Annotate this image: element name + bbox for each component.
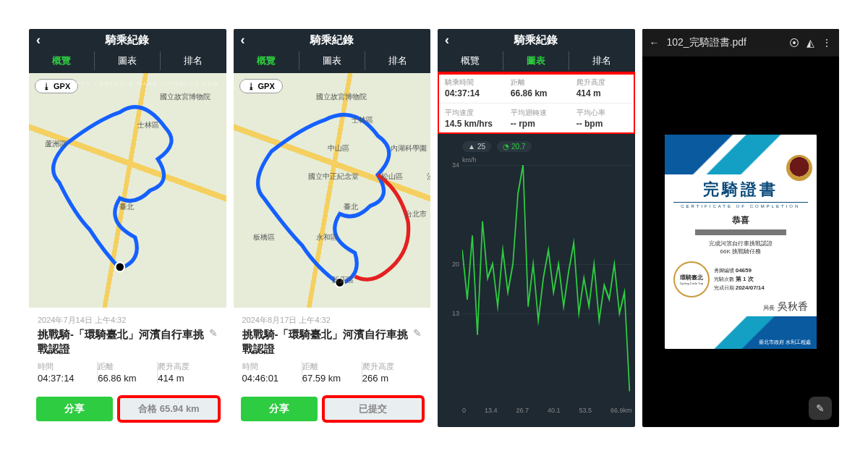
place-label: 國立故宮博物院 [160, 92, 210, 102]
tab-chart[interactable]: 圖表 [503, 51, 569, 70]
metric-label: 爬升高度 [362, 361, 416, 372]
status-button[interactable]: 已提交 [323, 397, 423, 421]
ride-date: 2024年7月14日 上午4:32 [38, 315, 218, 326]
stat-label: 平均迴轉速 [511, 108, 562, 118]
topbar: ‹ 騎乘紀錄 [29, 29, 226, 51]
place-label: 士林區 [352, 115, 373, 125]
place-label: 汐 [427, 172, 430, 182]
app-title: 騎乘紀錄 [241, 33, 424, 47]
panel-chart: ‹ 騎乘紀錄 概覽 圖表 排名 騎乘時間04:37:14 距離66.86 km … [438, 29, 635, 427]
tab-chart[interactable]: 圖表 [299, 51, 365, 70]
metric-label: 時間 [242, 361, 296, 372]
place-label: 士林區 [137, 120, 159, 130]
topbar: ‹ 騎乘紀錄 [438, 29, 635, 51]
place-label: 國立故宮博物院 [316, 92, 367, 102]
x-tick-label: 66.9km [610, 407, 632, 414]
metric-value: 266 m [362, 373, 416, 384]
cert-details: 勇腳編號 04659 完騎次數 第 1 次 完成日期 2024/07/14 [714, 266, 808, 292]
ride-date: 2024年8月17日 上午4:32 [242, 315, 422, 326]
speed-badge[interactable]: ◔20.7 [497, 141, 531, 152]
place-label: 中山區 [328, 143, 349, 153]
stat-label: 爬升高度 [576, 77, 628, 88]
tab-rank[interactable]: 排名 [569, 51, 634, 70]
map[interactable]: ⭳ GPX 國立故宮博物院 士林區 蘆洲區 臺北 [29, 73, 226, 308]
cert-title: 完騎證書 [673, 179, 808, 200]
mountain-icon: ▲ [468, 143, 475, 151]
metric-value: 67.59 km [302, 373, 356, 384]
back-icon[interactable]: ‹ [445, 33, 449, 48]
panel-pdf: ← 102_完騎證書.pdf ⦿ ◭ ⋮ 完騎證書 CERTIFICATE OF… [642, 29, 840, 427]
cert-desc: 完成河濱自行車挑戰認證 66K 挑戰騎任務 [673, 240, 808, 256]
pdf-toolbar: ← 102_完騎證書.pdf ⦿ ◭ ⋮ [642, 29, 840, 56]
metric-label: 時間 [38, 361, 91, 372]
tab-overview[interactable]: 概覽 [438, 51, 503, 70]
stat-value: -- rpm [511, 119, 562, 129]
cert-signature: 局長 吳秋香 [673, 300, 808, 313]
pdf-filename: 102_完騎證書.pdf [667, 36, 783, 49]
y-unit: km/h [462, 156, 632, 164]
stat-label: 距離 [511, 77, 562, 88]
redacted-name [695, 229, 786, 235]
cert-logo: 環騎臺北 Cycling Circle Trip [673, 261, 710, 297]
place-label: 臺北 [344, 202, 358, 212]
stat-label: 平均心率 [576, 108, 628, 118]
tab-rank[interactable]: 排名 [365, 51, 430, 70]
back-icon[interactable]: ← [650, 37, 660, 48]
place-label: 台北市 [405, 209, 427, 219]
share-button[interactable]: 分享 [241, 397, 318, 421]
svg-point-0 [115, 262, 124, 271]
panel-overview-1: PHOTOGRAPHY / SHENGLE WANG / JFSBLOG.COM… [29, 29, 226, 427]
metric-value: 414 m [158, 373, 211, 384]
x-tick-label: 13.4 [485, 407, 498, 414]
map[interactable]: ⭳ GPX 國立故宮博物院 士林區 中山區 內湖科學園 國立中正紀念堂 松山區 … [234, 73, 431, 308]
place-label: 國立中正紀念堂 [308, 172, 359, 182]
app-title: 騎乘紀錄 [36, 33, 219, 47]
y-tick-label: 34 [452, 161, 459, 169]
gauge-icon: ◔ [503, 143, 509, 151]
download-icon: ⭳ [247, 82, 255, 90]
edit-fab[interactable]: ✎ [809, 397, 832, 420]
tabs: 概覽 圖表 排名 [29, 51, 226, 73]
bottom-buttons: 分享 合格 65.94 km [29, 391, 226, 427]
gpx-button[interactable]: ⭳ GPX [35, 79, 78, 93]
bottom-buttons: 分享 已提交 [234, 391, 431, 427]
tab-rank[interactable]: 排名 [161, 51, 226, 70]
back-icon[interactable]: ‹ [36, 33, 41, 48]
stats-grid: 騎乘時間04:37:14 距離66.86 km 爬升高度414 m 平均速度14… [438, 73, 635, 134]
place-label: 臺北 [119, 202, 134, 212]
ride-title: 挑戰騎-「環騎臺北」河濱自行車挑戰認證 [242, 327, 409, 355]
elevation-badge[interactable]: ▲25 [462, 141, 491, 152]
drive-icon[interactable]: ◭ [807, 37, 814, 48]
metric-value: 04:46:01 [242, 373, 296, 384]
chart[interactable]: ▲25 ◔20.7 km/h 132034 013.426.740.153.56… [438, 134, 635, 427]
place-label: 永和區 [316, 232, 338, 242]
panel-overview-2: ‹ 騎乘紀錄 概覽 圖表 排名 ⭳ GPX 國立故宮博物院 士林區 中山區 內湖… [234, 29, 431, 427]
pdf-viewport[interactable]: 完騎證書 CERTIFICATE OF COMPLETION 恭喜 完成河濱自行… [642, 56, 840, 427]
x-axis-labels: 013.426.740.153.566.9km [462, 405, 632, 414]
gpx-button[interactable]: ⭳ GPX [239, 79, 283, 93]
edit-icon[interactable]: ✎ [209, 327, 218, 339]
download-icon: ⭳ [43, 82, 51, 90]
tab-chart[interactable]: 圖表 [95, 51, 161, 70]
tab-overview[interactable]: 概覽 [234, 51, 299, 70]
search-icon[interactable]: ⦿ [789, 37, 799, 48]
x-tick-label: 26.7 [516, 407, 529, 414]
edit-icon[interactable]: ✎ [413, 327, 422, 339]
tabs: 概覽 圖表 排名 [234, 51, 431, 73]
x-tick-label: 53.5 [579, 407, 592, 414]
tab-overview[interactable]: 概覽 [29, 51, 95, 70]
back-icon[interactable]: ‹ [241, 33, 245, 48]
x-tick-label: 0 [462, 407, 466, 414]
ride-title: 挑戰騎-「環騎臺北」河濱自行車挑戰認證 [38, 327, 205, 355]
status-button[interactable]: 合格 65.94 km [119, 397, 218, 421]
cert-footer: 臺北市政府 水利工程處 [759, 339, 811, 346]
medal-icon [786, 155, 812, 181]
share-button[interactable]: 分享 [36, 397, 113, 421]
y-tick-label: 20 [452, 261, 459, 268]
more-icon[interactable]: ⋮ [822, 37, 832, 48]
topbar: ‹ 騎乘紀錄 [234, 29, 431, 51]
stat-value: 414 m [576, 88, 628, 98]
metric-value: 04:37:14 [38, 373, 91, 384]
place-label: 新店區 [332, 275, 354, 285]
stat-value: 14.5 km/hrs [445, 119, 496, 129]
